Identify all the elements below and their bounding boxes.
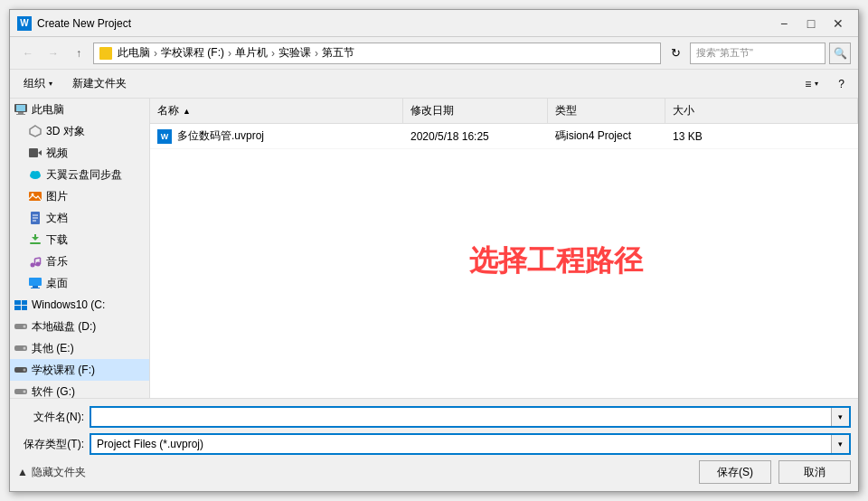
svg-rect-16 — [30, 242, 41, 244]
help-button[interactable]: ? — [832, 74, 851, 94]
sidebar-cloud-label: 天翼云盘同步盘 — [46, 167, 122, 183]
minimize-button[interactable]: − — [771, 14, 797, 33]
file-panel: 名称 ▲ 修改日期 类型 大小 W 多位数码 — [150, 99, 858, 398]
hide-folders-button[interactable]: ▲ 隐藏文件夹 — [17, 465, 86, 480]
sidebar-item-diskF[interactable]: 学校课程 (F:) — [10, 359, 149, 381]
sidebar-doc-label: 文档 — [46, 211, 68, 226]
sidebar-item-pc[interactable]: 此电脑 — [10, 99, 149, 120]
filetype-row: 保存类型(T): Project Files (*.uvproj) ▾ — [17, 433, 851, 455]
hide-folders-label: 隐藏文件夹 — [32, 465, 86, 480]
column-name[interactable]: 名称 ▲ — [150, 99, 403, 123]
up-button[interactable]: ↑ — [68, 43, 90, 64]
svg-line-24 — [35, 258, 41, 259]
bottom-section: 文件名(N): ▾ 保存类型(T): Project Files (*.uvpr… — [10, 398, 858, 491]
col-size-label: 大小 — [673, 103, 694, 118]
back-button[interactable]: ← — [17, 43, 39, 64]
sidebar-item-win10[interactable]: Windows10 (C: — [10, 294, 149, 316]
sidebar-diskF-label: 学校课程 (F:) — [32, 363, 95, 378]
sidebar-item-diskE[interactable]: 其他 (E:) — [10, 337, 149, 359]
music-icon — [28, 254, 42, 269]
sidebar-item-desktop[interactable]: 桌面 — [10, 272, 149, 294]
svg-rect-26 — [33, 286, 38, 288]
app-icon: W — [17, 16, 32, 31]
column-date[interactable]: 修改日期 — [403, 99, 548, 123]
breadcrumb-section5[interactable]: 第五节 — [322, 45, 354, 61]
breadcrumb-folder-icon-wrap — [99, 47, 116, 60]
search-button[interactable]: 🔍 — [829, 43, 851, 64]
filetype-dropdown[interactable]: Project Files (*.uvproj) ▾ — [90, 433, 851, 455]
sidebar-item-video[interactable]: 视频 — [10, 142, 149, 164]
sidebar-item-diskD[interactable]: 本地磁盘 (D:) — [10, 316, 149, 337]
cancel-button[interactable]: 取消 — [778, 460, 851, 484]
breadcrumb-pc[interactable]: 此电脑 — [118, 45, 150, 61]
breadcrumb-lab[interactable]: 实验课 — [278, 45, 311, 61]
file-list[interactable]: W 多位数码管.uvproj 2020/5/18 16:25 碼ision4 P… — [150, 124, 858, 398]
filename-input[interactable] — [91, 408, 831, 426]
breadcrumb-mcu[interactable]: 单片机 — [235, 45, 268, 61]
diskE-icon — [14, 341, 28, 355]
3d-icon — [28, 124, 42, 138]
search-icon: 🔍 — [834, 47, 847, 60]
search-placeholder: 搜索"第五节" — [696, 46, 753, 60]
sidebar-item-image[interactable]: 图片 — [10, 185, 149, 207]
organize-label: 组织 — [24, 76, 45, 91]
filename-input-wrap[interactable]: ▾ — [90, 406, 851, 428]
svg-rect-3 — [16, 114, 25, 115]
help-icon: ? — [838, 78, 844, 90]
sidebar-item-cloud[interactable]: 天翼云盘同步盘 — [10, 164, 149, 185]
organize-button[interactable]: 组织 ▾ — [17, 74, 59, 94]
filename-dropdown-btn[interactable]: ▾ — [831, 408, 849, 426]
search-box[interactable]: 搜索"第五节" — [690, 43, 826, 64]
svg-rect-5 — [29, 148, 38, 157]
forward-button[interactable]: → — [42, 43, 64, 64]
column-type[interactable]: 类型 — [548, 99, 665, 123]
sidebar-item-3d[interactable]: 3D 对象 — [10, 120, 149, 142]
desktop-icon — [28, 276, 42, 290]
view-button[interactable]: ≡ ▾ — [798, 74, 825, 94]
file-size-cell: 13 KB — [665, 124, 858, 148]
action-bar: ▲ 隐藏文件夹 保存(S) 取消 — [17, 460, 851, 484]
new-folder-button[interactable]: 新建文件夹 — [66, 74, 133, 94]
col-date-label: 修改日期 — [410, 103, 454, 118]
view-icon: ≡ — [805, 78, 811, 90]
diskF-icon — [14, 363, 28, 377]
filetype-dropdown-btn[interactable]: ▾ — [831, 435, 849, 453]
file-name-cell: W 多位数码管.uvproj — [150, 124, 403, 148]
win10-icon — [14, 298, 28, 312]
sidebar-pc-label: 此电脑 — [32, 102, 64, 118]
sidebar-item-doc[interactable]: 文档 — [10, 207, 149, 229]
sidebar-diskE-label: 其他 (E:) — [32, 341, 74, 356]
column-size[interactable]: 大小 — [665, 99, 858, 123]
up-arrow-icon: ▲ — [17, 466, 28, 478]
breadcrumb[interactable]: 此电脑 › 学校课程 (F:) › 单片机 › 实验课 › 第五节 — [93, 43, 661, 64]
sidebar-item-music[interactable]: 音乐 — [10, 250, 149, 272]
table-row[interactable]: W 多位数码管.uvproj 2020/5/18 16:25 碼ision4 P… — [150, 124, 858, 149]
svg-rect-28 — [14, 306, 21, 310]
sidebar-win10-label: Windows10 (C: — [32, 298, 105, 311]
cloud-icon — [28, 167, 42, 182]
breadcrumb-f-drive[interactable]: 学校课程 (F:) — [161, 45, 224, 61]
close-button[interactable]: ✕ — [826, 14, 851, 33]
sidebar-item-diskG[interactable]: 软件 (G:) — [10, 381, 149, 398]
navigation-bar: ← → ↑ 此电脑 › 学校课程 (F:) › 单片机 › 实验课 › 第五节 … — [10, 37, 858, 70]
refresh-button[interactable]: ↻ — [665, 43, 686, 64]
file-type: 碼ision4 Project — [555, 128, 631, 144]
sidebar: 此电脑 3D 对象 视频 天翼云盘同步盘 — [10, 99, 150, 398]
create-project-dialog: W Create New Project − □ ✕ ← → ↑ 此电脑 › 学… — [9, 9, 859, 492]
sidebar-desktop-label: 桌面 — [46, 276, 68, 291]
svg-rect-29 — [22, 306, 27, 310]
svg-point-33 — [24, 326, 26, 328]
maximize-button[interactable]: □ — [798, 14, 824, 33]
svg-marker-6 — [38, 150, 42, 156]
svg-rect-27 — [31, 288, 40, 288]
sidebar-diskG-label: 软件 (G:) — [32, 384, 75, 399]
svg-rect-10 — [29, 192, 42, 201]
sidebar-music-label: 音乐 — [46, 254, 68, 269]
window-controls: − □ ✕ — [771, 14, 851, 33]
file-header: 名称 ▲ 修改日期 类型 大小 — [150, 99, 858, 124]
sidebar-item-download[interactable]: 下载 — [10, 229, 149, 250]
svg-rect-31 — [22, 300, 27, 305]
save-button[interactable]: 保存(S) — [699, 460, 771, 484]
svg-rect-18 — [34, 234, 36, 240]
action-buttons: 保存(S) 取消 — [699, 460, 851, 484]
